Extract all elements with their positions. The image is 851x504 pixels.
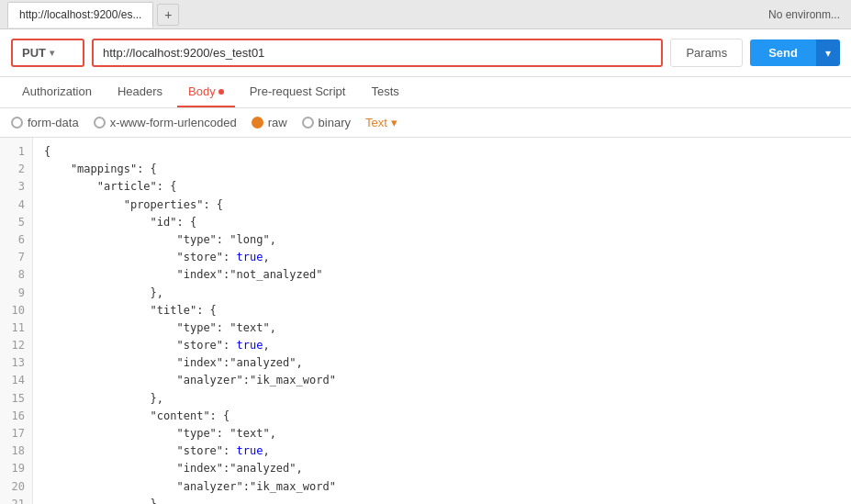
- code-line-3: "article": {: [44, 178, 840, 196]
- method-label: PUT: [22, 46, 46, 60]
- radio-circle-raw: [252, 117, 263, 129]
- tab-headers[interactable]: Headers: [106, 77, 174, 107]
- code-line-21: }: [44, 496, 840, 504]
- code-line-15: },: [44, 390, 840, 408]
- radio-circle-binary: [302, 117, 314, 129]
- code-editor[interactable]: 1234567891011121314151617181920212223242…: [0, 138, 851, 504]
- radio-option-x-www-form-urlencoded[interactable]: x-www-form-urlencoded: [94, 116, 237, 129]
- body-options-bar: form-datax-www-form-urlencodedrawbinaryT…: [0, 108, 851, 138]
- raw-format-selector[interactable]: Text ▾: [365, 116, 398, 129]
- url-input[interactable]: [103, 46, 652, 60]
- radio-option-form-data[interactable]: form-data: [11, 116, 79, 129]
- tab-label: http://localhost:9200/es...: [19, 8, 141, 21]
- tab-pre-request-script[interactable]: Pre-request Script: [239, 77, 357, 107]
- sub-nav: AuthorizationHeadersBodyPre-request Scri…: [0, 77, 851, 108]
- add-icon: +: [164, 7, 172, 22]
- send-button-wrapper: Send ▾: [750, 39, 840, 66]
- send-dropdown-button[interactable]: ▾: [816, 39, 840, 66]
- code-line-10: "title": {: [44, 302, 840, 319]
- code-line-12: "store": true,: [44, 337, 840, 354]
- raw-format-chevron-icon: ▾: [391, 116, 398, 129]
- code-line-14: "analyzer":"ik_max_word": [44, 372, 840, 389]
- code-line-19: "index":"analyzed",: [44, 460, 840, 477]
- code-line-11: "type": "text",: [44, 319, 840, 337]
- tab-authorization[interactable]: Authorization: [11, 77, 103, 107]
- raw-format-label: Text: [365, 116, 387, 129]
- add-tab-button[interactable]: +: [157, 4, 179, 26]
- body-dot-indicator: [218, 89, 224, 95]
- code-line-5: "id": {: [44, 214, 840, 231]
- code-line-18: "store": true,: [44, 442, 840, 460]
- top-tab-bar: http://localhost:9200/es... + No environ…: [0, 0, 851, 29]
- code-content[interactable]: { "mappings": { "article": { "properties…: [33, 138, 851, 504]
- code-line-2: "mappings": {: [44, 161, 840, 178]
- environment-selector[interactable]: No environm...: [768, 8, 844, 21]
- code-line-6: "type": "long",: [44, 231, 840, 249]
- send-chevron-icon: ▾: [825, 47, 831, 60]
- tab-tests[interactable]: Tests: [360, 77, 409, 107]
- method-selector[interactable]: PUT ▾: [11, 39, 84, 67]
- params-button[interactable]: Params: [670, 39, 743, 67]
- radio-option-raw[interactable]: raw: [252, 116, 287, 129]
- code-line-8: "index":"not_analyzed": [44, 266, 840, 284]
- code-line-20: "analyzer":"ik_max_word": [44, 478, 840, 496]
- code-line-16: "content": {: [44, 408, 840, 425]
- send-button[interactable]: Send: [750, 39, 816, 66]
- code-line-9: },: [44, 285, 840, 302]
- code-line-13: "index":"analyzed",: [44, 354, 840, 372]
- method-chevron-icon: ▾: [50, 48, 54, 58]
- radio-option-binary[interactable]: binary: [302, 116, 351, 129]
- tab-request[interactable]: http://localhost:9200/es...: [7, 2, 153, 28]
- radio-circle-form-data: [11, 117, 23, 129]
- code-line-7: "store": true,: [44, 249, 840, 266]
- code-line-1: {: [44, 143, 840, 161]
- line-numbers: 1234567891011121314151617181920212223242…: [0, 138, 33, 504]
- url-input-wrapper: [92, 39, 663, 67]
- radio-circle-x-www-form-urlencoded: [94, 117, 106, 129]
- tab-body[interactable]: Body: [177, 77, 235, 107]
- request-bar: PUT ▾ Params Send ▾: [0, 29, 851, 77]
- code-line-17: "type": "text",: [44, 425, 840, 442]
- code-line-4: "properties": {: [44, 196, 840, 214]
